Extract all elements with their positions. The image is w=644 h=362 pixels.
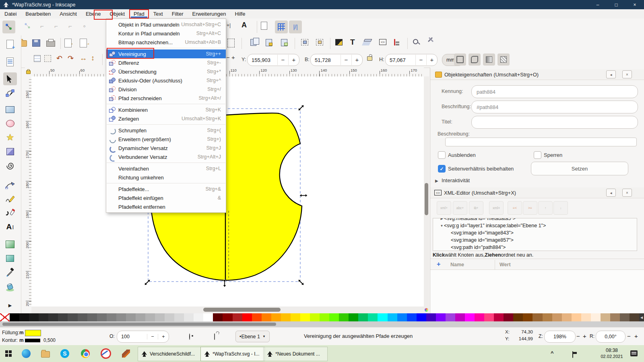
deselect-objects-icon[interactable]	[316, 39, 323, 45]
palette-swatch[interactable]	[523, 313, 533, 321]
palette-scroll-thumb[interactable]	[2, 323, 276, 326]
xml-delete-node-button[interactable]: xml×	[489, 201, 504, 215]
palette-swatch[interactable]	[620, 313, 630, 321]
palette-swatch[interactable]	[601, 313, 610, 321]
snap-grid-icon[interactable]	[275, 21, 288, 33]
zoom-field[interactable]: 198%	[544, 331, 576, 343]
menu-item-exklusiv-oder[interactable]: Exklusiv-Oder (Ausschluss)Strg+^	[106, 76, 226, 85]
snap-page-border-icon[interactable]	[261, 22, 267, 30]
canvas[interactable]	[31, 76, 424, 306]
menu-hilfe[interactable]: Hilfe	[230, 9, 250, 19]
palette-swatch[interactable]	[572, 313, 581, 321]
layer-visibility-toggle[interactable]	[189, 334, 190, 339]
palette-swatch[interactable]	[271, 313, 281, 321]
palette-swatch[interactable]	[300, 313, 310, 321]
tree-node-image843[interactable]: <svg:image id="image843">	[433, 229, 637, 237]
menu-item-kombinieren[interactable]: KombinierenStrg+K	[106, 105, 226, 114]
palette-swatch[interactable]	[329, 313, 339, 321]
taskbar-file-explorer[interactable]	[40, 348, 51, 359]
add-attribute-button[interactable]: +	[437, 261, 440, 268]
menu-item-pfadeffekt-entfernen[interactable]: Pfadeffekt entfernen	[106, 202, 226, 211]
unlink-clone-icon[interactable]	[281, 39, 288, 46]
b-plus-button[interactable]: +	[351, 55, 362, 65]
tool-text[interactable]: AI	[3, 220, 17, 233]
preferences-icon[interactable]	[427, 39, 434, 40]
zoom-plus-button[interactable]: +	[583, 333, 586, 339]
menu-item-bitmap-nachzeichnen[interactable]: Bitmap nachzeichnen...Umschalt+Alt+B	[106, 38, 226, 47]
titel-field[interactable]	[471, 116, 638, 129]
clone-icon[interactable]	[266, 39, 272, 46]
menu-item-vereinigung[interactable]: VereinigungStrg++	[106, 49, 226, 58]
palette-swatch[interactable]	[543, 313, 552, 321]
palette-swatch[interactable]	[223, 313, 232, 321]
palette-scroll-left-icon[interactable]: ◀	[639, 313, 644, 321]
menu-pfad[interactable]: Pfad	[129, 9, 149, 19]
tree-node-path884[interactable]: <svg:path id="path884">	[433, 244, 637, 251]
palette-swatch[interactable]	[107, 313, 116, 321]
tree-node-layer[interactable]: ▼ <svg:g id="layer1" inkscape:label="Ebe…	[433, 222, 637, 229]
palette-swatch[interactable]	[155, 313, 165, 321]
canvas-corner-widget[interactable]	[424, 306, 429, 313]
scale-stroke-toggle[interactable]	[454, 53, 466, 66]
palette-swatch[interactable]	[184, 313, 194, 321]
menu-item-kontur-in-pfad[interactable]: Kontur in Pfad umwandelnStrg+Alt+C	[106, 29, 226, 38]
expanded-icon[interactable]: ▼	[440, 224, 444, 228]
x-field-spinner-plus[interactable]: − +	[226, 54, 235, 61]
palette-swatch[interactable]	[388, 313, 397, 321]
tool-pencil[interactable]	[3, 192, 17, 205]
handle-right[interactable]	[299, 194, 308, 197]
menu-ebene[interactable]: Ebene	[81, 9, 105, 19]
tool-calligraphy[interactable]	[3, 206, 17, 219]
tool-mesh[interactable]	[3, 252, 17, 265]
opacity-plus-button[interactable]: +	[158, 334, 169, 339]
tray-clock[interactable]: 08:38 02.02.2021	[598, 348, 626, 360]
tool-dropper[interactable]	[3, 266, 17, 279]
xml-move-down-button[interactable]: ↓	[553, 201, 568, 215]
menu-item-verbundener-versatz[interactable]: Verbundener VersatzStrg+Alt+J	[106, 152, 226, 161]
align-dialog-icon[interactable]	[394, 39, 399, 45]
zoom-minus-button[interactable]: −	[576, 333, 580, 339]
opacity-field[interactable]: 100 − +	[117, 331, 169, 343]
snap-midpoint-icon[interactable]: ⌐	[68, 23, 72, 29]
tool-rectangle[interactable]	[3, 103, 17, 116]
tool-star[interactable]: ★	[3, 131, 17, 144]
taskbar-edge[interactable]	[21, 348, 31, 359]
palette-swatch[interactable]	[87, 313, 97, 321]
save-icon[interactable]	[32, 39, 40, 47]
dock-close-button[interactable]: ×	[622, 70, 632, 78]
palette-swatch[interactable]	[242, 313, 252, 321]
snap-text-baseline-icon[interactable]: A	[242, 21, 247, 29]
palette-swatch[interactable]	[281, 313, 291, 321]
rotate-ccw-icon[interactable]: ↶	[56, 54, 62, 63]
canvas-horizontal-scrollbar[interactable]	[31, 306, 424, 313]
palette-swatch[interactable]	[252, 313, 262, 321]
menu-item-division[interactable]: DivisionStrg+/	[106, 85, 226, 94]
interaktivitaet-label[interactable]: Interaktivität	[442, 177, 470, 183]
tool-selector[interactable]	[3, 72, 17, 85]
snap-corner-icon[interactable]: ⌐	[54, 23, 58, 29]
palette-swatch[interactable]	[407, 313, 417, 321]
flip-vertical-icon[interactable]: ↕	[91, 54, 95, 62]
beschriftung-field[interactable]: #path884	[471, 101, 638, 113]
canvas-vertical-scrollbar[interactable]	[424, 76, 429, 306]
rotation-plus-button[interactable]: +	[634, 333, 638, 339]
battery-icon[interactable]	[572, 352, 573, 358]
palette-swatch[interactable]	[165, 313, 174, 321]
palette-swatch[interactable]	[417, 313, 426, 321]
palette-swatch[interactable]	[48, 313, 58, 321]
palette-swatch[interactable]	[630, 313, 639, 321]
tool-ellipse[interactable]	[3, 117, 17, 130]
palette-swatch[interactable]	[203, 313, 213, 321]
tray-expand-chevron[interactable]: ^	[551, 350, 554, 356]
selection-frame-icon[interactable]	[227, 39, 235, 47]
setzen-button[interactable]: Setzen	[531, 162, 628, 175]
snap-enable-button[interactable]	[2, 21, 15, 33]
windows-start-button[interactable]	[3, 348, 14, 359]
tool-paint-bucket[interactable]	[3, 281, 17, 294]
menu-item-pfadeffekte[interactable]: Pfadeffekte...Strg+&	[106, 185, 226, 193]
palette-swatch[interactable]	[349, 313, 358, 321]
ausblenden-checkbox[interactable]	[438, 151, 446, 159]
height-field[interactable]: 57,067 − +	[385, 54, 438, 66]
palette-swatch[interactable]	[475, 313, 484, 321]
tool-page-lines-icon[interactable]	[3, 56, 17, 68]
